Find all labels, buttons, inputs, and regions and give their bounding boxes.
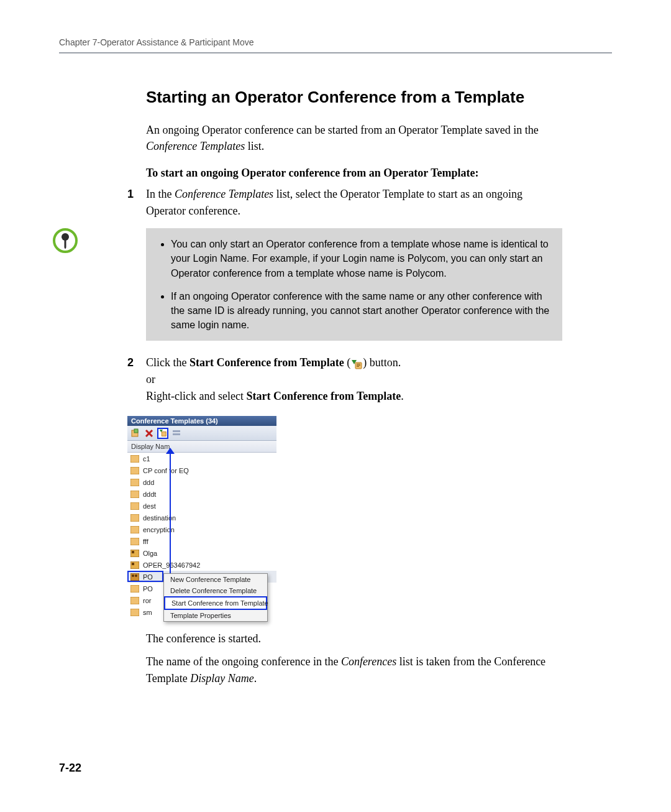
start-template-icon bbox=[350, 358, 363, 369]
template-icon bbox=[130, 491, 139, 498]
list-item[interactable]: Olga bbox=[127, 547, 276, 559]
text: In the bbox=[146, 188, 175, 200]
row-label: PO bbox=[143, 585, 153, 593]
operator-template-icon bbox=[130, 561, 139, 569]
page-header: Chapter 7-Operator Assistance & Particip… bbox=[59, 37, 612, 47]
svg-rect-14 bbox=[173, 430, 180, 432]
template-icon bbox=[130, 467, 139, 474]
text: . bbox=[254, 672, 257, 685]
list-item[interactable]: ddd bbox=[127, 476, 276, 488]
svg-rect-18 bbox=[130, 479, 139, 486]
properties-button[interactable] bbox=[171, 428, 182, 439]
svg-rect-20 bbox=[130, 502, 139, 510]
template-icon bbox=[130, 479, 139, 486]
intro-paragraph: An ongoing Operator conference can be st… bbox=[146, 122, 562, 154]
text: An ongoing Operator conference can be st… bbox=[146, 124, 539, 136]
svg-rect-6 bbox=[357, 365, 360, 366]
step-1: 1 In the Conference Templates list, sele… bbox=[146, 186, 562, 219]
svg-rect-15 bbox=[173, 433, 180, 435]
content: An ongoing Operator conference can be st… bbox=[146, 122, 562, 687]
template-icon bbox=[130, 597, 139, 604]
template-icon bbox=[130, 526, 139, 533]
svg-rect-31 bbox=[130, 585, 139, 593]
note-bullet: If an ongoing Operator conference with t… bbox=[171, 289, 551, 333]
svg-rect-22 bbox=[130, 526, 139, 533]
list-item[interactable]: c1 bbox=[127, 453, 276, 464]
template-icon bbox=[130, 502, 139, 510]
row-label: sm bbox=[143, 609, 152, 616]
list-item[interactable]: destination bbox=[127, 512, 276, 524]
template-icon bbox=[130, 514, 139, 522]
text: ( bbox=[344, 356, 351, 369]
context-menu: New Conference Template Delete Conferenc… bbox=[163, 573, 268, 622]
row-label: OPER_963467942 bbox=[143, 561, 200, 569]
text: ) button. bbox=[363, 356, 401, 369]
svg-rect-13 bbox=[162, 431, 166, 436]
text-italic: Conference Templates bbox=[146, 140, 245, 152]
column-header[interactable]: Display Nam bbox=[127, 441, 276, 453]
svg-rect-25 bbox=[132, 551, 134, 553]
list-item[interactable]: OPER_963467942 bbox=[127, 559, 276, 571]
svg-marker-2 bbox=[65, 247, 66, 249]
list-item[interactable]: fff bbox=[127, 535, 276, 547]
text-italic: Conference Templates bbox=[175, 188, 273, 200]
svg-rect-27 bbox=[132, 563, 134, 565]
step-body: In the Conference Templates list, select… bbox=[146, 186, 562, 219]
svg-rect-33 bbox=[130, 609, 139, 616]
text-bold: Start Conference from Template bbox=[246, 390, 401, 402]
row-label: Olga bbox=[143, 550, 157, 557]
svg-rect-9 bbox=[134, 429, 138, 433]
list-item[interactable]: CP conf for EQ bbox=[127, 464, 276, 476]
row-label: dest bbox=[143, 502, 156, 510]
panel-titlebar: Conference Templates (34) bbox=[127, 416, 276, 426]
list-item[interactable]: dest bbox=[127, 500, 276, 512]
note-block: You can only start an Operator conferenc… bbox=[146, 228, 562, 341]
menu-item-start-from-template[interactable]: Start Conference from Template bbox=[164, 596, 267, 610]
row-label: CP conf for EQ bbox=[143, 467, 189, 474]
list-item[interactable]: dddt bbox=[127, 488, 276, 500]
start-from-template-button[interactable] bbox=[157, 428, 168, 439]
svg-rect-32 bbox=[130, 597, 139, 604]
template-icon bbox=[130, 609, 139, 616]
toolbar-button[interactable] bbox=[130, 428, 141, 439]
row-label: c1 bbox=[143, 455, 150, 463]
step-2: 2 Click the Start Conference from Templa… bbox=[146, 354, 562, 405]
note-bullet: You can only start an Operator conferenc… bbox=[171, 237, 551, 280]
highlight-box bbox=[127, 571, 163, 582]
text-bold: Start Conference from Template bbox=[189, 356, 344, 369]
step-number: 2 bbox=[127, 354, 146, 371]
svg-rect-5 bbox=[357, 364, 360, 364]
text: The name of the ongoing conference in th… bbox=[146, 655, 341, 668]
step-body: Click the Start Conference from Template… bbox=[146, 354, 562, 405]
text: Right-click and select bbox=[146, 390, 246, 402]
svg-rect-19 bbox=[130, 491, 139, 498]
template-icon bbox=[130, 585, 139, 593]
screenshot-panel: Conference Templates (34) Display Nam bbox=[127, 416, 276, 618]
text: The name of the ongoing conference in th… bbox=[146, 653, 562, 687]
menu-item-delete[interactable]: Delete Conference Template bbox=[164, 585, 267, 596]
svg-rect-21 bbox=[130, 514, 139, 522]
text: . bbox=[401, 390, 404, 402]
text-italic: Conferences bbox=[341, 655, 396, 668]
row-label: ddd bbox=[143, 479, 154, 486]
step-number: 1 bbox=[127, 186, 146, 203]
template-list: c1 CP conf for EQ ddd dddt dest destinat… bbox=[127, 453, 276, 618]
pin-icon bbox=[53, 228, 78, 253]
delete-button[interactable] bbox=[144, 428, 155, 439]
text: Click the bbox=[146, 356, 189, 369]
page-number: 7-22 bbox=[59, 762, 81, 775]
svg-rect-7 bbox=[357, 366, 359, 367]
section-title: Starting an Operator Conference from a T… bbox=[59, 88, 612, 107]
row-label: ror bbox=[143, 597, 151, 604]
page: Chapter 7-Operator Assistance & Particip… bbox=[0, 0, 671, 812]
template-icon bbox=[130, 455, 139, 463]
result-paragraph: The conference is started. The name of t… bbox=[146, 630, 562, 687]
list-item[interactable]: encryption bbox=[127, 524, 276, 535]
menu-item-new[interactable]: New Conference Template bbox=[164, 574, 267, 585]
text: The conference is started. bbox=[146, 630, 562, 647]
row-label: fff bbox=[143, 538, 148, 545]
panel-toolbar bbox=[127, 426, 276, 441]
text: or bbox=[146, 373, 155, 385]
template-icon bbox=[130, 538, 139, 545]
menu-item-properties[interactable]: Template Properties bbox=[164, 610, 267, 621]
